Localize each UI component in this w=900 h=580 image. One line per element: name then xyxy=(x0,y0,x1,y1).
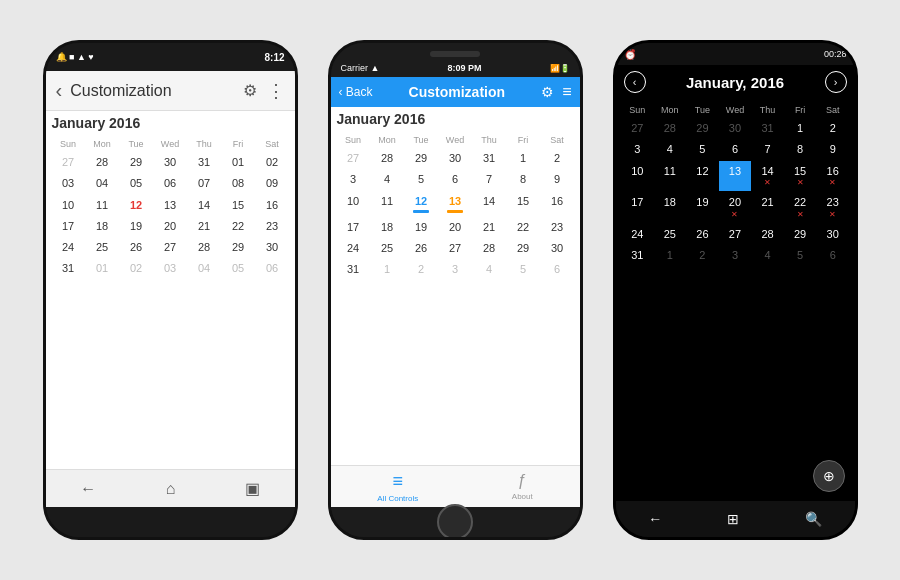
table-row[interactable]: 11 xyxy=(371,191,404,216)
table-row[interactable]: 6 xyxy=(817,245,849,265)
table-row[interactable]: 21 xyxy=(752,192,784,223)
table-row[interactable]: 27 xyxy=(154,237,187,257)
table-row[interactable]: 3 xyxy=(622,139,654,159)
table-row[interactable]: 08 xyxy=(222,173,255,193)
android-back-btn[interactable]: ← xyxy=(80,480,96,498)
table-row[interactable]: 7 xyxy=(752,139,784,159)
table-row[interactable]: 28 xyxy=(86,152,119,172)
table-row[interactable]: 04 xyxy=(86,173,119,193)
table-row[interactable]: 15 xyxy=(507,191,540,216)
table-row[interactable]: 9 xyxy=(541,169,574,189)
table-row[interactable]: 25 xyxy=(371,238,404,258)
table-row[interactable]: 14 xyxy=(473,191,506,216)
table-row[interactable]: 29 xyxy=(405,148,438,168)
windows-next-btn[interactable]: › xyxy=(825,71,847,93)
table-row[interactable]: 22 xyxy=(222,216,255,236)
table-row[interactable]: 27 xyxy=(622,118,654,138)
table-row[interactable]: 8 xyxy=(507,169,540,189)
table-row[interactable]: 5 xyxy=(405,169,438,189)
table-row[interactable]: 18 xyxy=(371,217,404,237)
table-row[interactable]: 02 xyxy=(120,258,153,278)
table-row[interactable]: 2 xyxy=(687,245,719,265)
table-row[interactable]: 30 xyxy=(541,238,574,258)
table-row[interactable]: 15 xyxy=(222,195,255,215)
table-row[interactable]: 30 xyxy=(719,118,751,138)
table-row[interactable]: 31 xyxy=(52,258,85,278)
table-row[interactable]: 1 xyxy=(371,259,404,279)
table-row[interactable]: 19 xyxy=(120,216,153,236)
table-row[interactable]: 05 xyxy=(222,258,255,278)
windows-back-btn[interactable]: ← xyxy=(648,511,662,527)
android-home-btn[interactable]: ⌂ xyxy=(166,480,176,498)
table-row[interactable]: 31 xyxy=(188,152,221,172)
table-row[interactable]: 6 xyxy=(541,259,574,279)
table-row[interactable]: 12 xyxy=(687,161,719,192)
table-row[interactable]: 22 xyxy=(507,217,540,237)
table-row[interactable]: 04 xyxy=(188,258,221,278)
table-row[interactable]: 16✕ xyxy=(817,161,849,192)
table-row[interactable]: 7 xyxy=(473,169,506,189)
table-row[interactable]: 30 xyxy=(439,148,472,168)
table-row[interactable]: 2 xyxy=(817,118,849,138)
table-row[interactable]: 5 xyxy=(784,245,816,265)
table-row[interactable]: 10 xyxy=(52,195,85,215)
table-row[interactable]: 10 xyxy=(337,191,370,216)
table-row[interactable]: 6 xyxy=(439,169,472,189)
windows-search-btn[interactable]: 🔍 xyxy=(805,511,822,527)
ios-back-btn[interactable]: ‹ Back xyxy=(339,85,373,99)
table-row[interactable]: 1 xyxy=(507,148,540,168)
table-row[interactable]: 20 xyxy=(439,217,472,237)
table-row[interactable]: 19 xyxy=(405,217,438,237)
table-row[interactable]: 03 xyxy=(52,173,85,193)
table-row[interactable]: 3 xyxy=(719,245,751,265)
table-row[interactable]: 06 xyxy=(154,173,187,193)
table-row[interactable]: 11 xyxy=(86,195,119,215)
table-row[interactable]: 12 xyxy=(405,191,438,216)
table-row[interactable]: 8 xyxy=(784,139,816,159)
table-row[interactable]: 24 xyxy=(622,224,654,244)
android-back-chevron[interactable]: ‹ xyxy=(56,79,63,102)
table-row[interactable]: 23✕ xyxy=(817,192,849,223)
table-row[interactable]: 10 xyxy=(622,161,654,192)
table-row[interactable]: 11 xyxy=(654,161,686,192)
ios-settings-icon[interactable]: ⚙ xyxy=(541,84,554,100)
table-row[interactable]: 25 xyxy=(86,237,119,257)
table-row[interactable]: 17 xyxy=(337,217,370,237)
table-row[interactable]: 4 xyxy=(473,259,506,279)
table-row[interactable]: 5 xyxy=(507,259,540,279)
table-row[interactable]: 27 xyxy=(719,224,751,244)
table-row[interactable]: 9 xyxy=(817,139,849,159)
table-row[interactable]: 29 xyxy=(120,152,153,172)
windows-menu-fab[interactable]: ⊕ xyxy=(813,460,845,492)
table-row[interactable]: 3 xyxy=(337,169,370,189)
table-row[interactable]: 17 xyxy=(52,216,85,236)
table-row[interactable]: 24 xyxy=(52,237,85,257)
table-row[interactable]: 29 xyxy=(784,224,816,244)
ios-menu-icon[interactable]: ≡ xyxy=(562,83,571,101)
table-row[interactable]: 27 xyxy=(439,238,472,258)
android-gear-icon[interactable]: ⚙ xyxy=(243,81,257,100)
table-row[interactable]: 28 xyxy=(654,118,686,138)
table-row[interactable]: 2 xyxy=(541,148,574,168)
table-row[interactable]: 30 xyxy=(256,237,289,257)
table-row[interactable]: 14✕ xyxy=(752,161,784,192)
table-row[interactable]: 23 xyxy=(541,217,574,237)
table-row[interactable]: 2 xyxy=(405,259,438,279)
table-row[interactable]: 01 xyxy=(86,258,119,278)
table-row[interactable]: 29 xyxy=(507,238,540,258)
android-recent-btn[interactable]: ▣ xyxy=(245,479,260,498)
table-row[interactable]: 24 xyxy=(337,238,370,258)
table-row[interactable]: 26 xyxy=(687,224,719,244)
table-row[interactable]: 28 xyxy=(371,148,404,168)
windows-prev-btn[interactable]: ‹ xyxy=(624,71,646,93)
table-row[interactable]: 3 xyxy=(439,259,472,279)
table-row[interactable]: 31 xyxy=(752,118,784,138)
table-row[interactable]: 31 xyxy=(473,148,506,168)
table-row[interactable]: 28 xyxy=(473,238,506,258)
table-row[interactable]: 15✕ xyxy=(784,161,816,192)
windows-start-btn[interactable]: ⊞ xyxy=(727,511,739,527)
table-row[interactable]: 18 xyxy=(654,192,686,223)
table-row[interactable]: 23 xyxy=(256,216,289,236)
table-row[interactable]: 09 xyxy=(256,173,289,193)
table-row[interactable]: 13 xyxy=(719,161,751,192)
